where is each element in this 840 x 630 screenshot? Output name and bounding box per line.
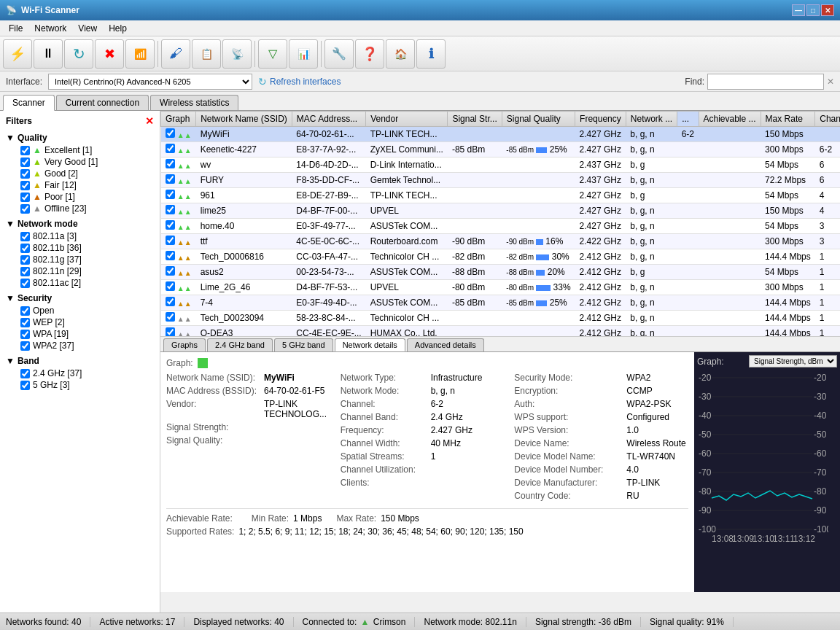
scan-button[interactable]: 📡 xyxy=(222,39,252,69)
filter-button[interactable]: 🖌 xyxy=(161,39,190,69)
find-clear-icon[interactable]: ✕ xyxy=(827,77,834,87)
info-button[interactable]: ℹ xyxy=(416,39,446,69)
col-vendor-val: Technicolor CH ... xyxy=(366,311,448,326)
filter-80211a[interactable]: 802.11a [3] xyxy=(3,230,157,242)
filter-open[interactable]: Open xyxy=(3,305,157,316)
col-maxrate-val: 300 Mbps xyxy=(761,234,815,249)
table-row[interactable]: ▲▲ Tech_D0023094 58-23-8C-84-... Technic… xyxy=(161,311,841,326)
table-row[interactable]: ▲▲ Tech_D0006816 CC-03-FA-47-... Technic… xyxy=(161,249,841,265)
col-maxrate-val: 54 Mbps xyxy=(761,265,815,280)
pause-button[interactable]: ⏸ xyxy=(34,39,63,69)
table-row[interactable]: ▲▲ Keenetic-4227 E8-37-7A-92-... ZyXEL C… xyxy=(161,142,841,158)
filter-group-security: ▼ Security Open WEP [2] WPA [19] WPA2 [3… xyxy=(3,292,157,351)
signal-button[interactable]: 📶 xyxy=(125,39,155,69)
filter-80211g[interactable]: 802.11g [37] xyxy=(3,254,157,265)
table-row[interactable]: ▲▲ lime25 D4-BF-7F-00-... UPVEL 2.427 GH… xyxy=(161,203,841,219)
filter-80211n[interactable]: 802.11n [29] xyxy=(3,265,157,277)
filter-good[interactable]: ▲ Good [2] xyxy=(3,168,157,179)
table-row[interactable]: ▲▲ 961 E8-DE-27-B9-... TP-LINK TECH... 2… xyxy=(161,188,841,203)
detail-tab-5ghz[interactable]: 5 GHz band xyxy=(274,338,333,351)
col-achievable[interactable]: Achievable ... xyxy=(699,112,761,127)
col-mac[interactable]: MAC Address... xyxy=(292,112,365,127)
filter-group-band-label[interactable]: ▼ Band xyxy=(3,354,157,368)
col-graph-val: ▲▲ xyxy=(161,280,196,295)
col-vendor[interactable]: Vendor xyxy=(366,112,448,127)
network-table-container[interactable]: Graph Network Name (SSID) MAC Address...… xyxy=(160,111,840,337)
filter-wep[interactable]: WEP [2] xyxy=(3,316,157,328)
filter-group-quality-label[interactable]: ▼ Quality xyxy=(3,131,157,144)
export-button[interactable]: 📋 xyxy=(192,39,221,69)
col-signal-str[interactable]: Signal Str... xyxy=(448,112,502,127)
menu-view[interactable]: View xyxy=(72,22,103,35)
filter-group-network-mode-label[interactable]: ▼ Network mode xyxy=(3,217,157,230)
interface-select[interactable]: Intel(R) Centrino(R) Advanced-N 6205 xyxy=(48,74,252,90)
toolbar: ⚡ ⏸ ↻ ✖ 📶 🖌 📋 📡 ▽ 📊 🔧 ❓ 🏠 ℹ xyxy=(0,36,840,71)
filter-5ghz[interactable]: 5 GHz [3] xyxy=(3,379,157,391)
table-row[interactable]: ▲▲ ttf 4C-5E-0C-6C-... Routerboard.com -… xyxy=(161,234,841,249)
graph-type-select[interactable]: Signal Strength, dBm xyxy=(749,355,837,368)
table-row[interactable]: ▲▲ 7-4 E0-3F-49-4D-... ASUSTek COM... -8… xyxy=(161,295,841,311)
table-row[interactable]: ▲▲ Lime_2G_46 D4-BF-7F-53-... UPVEL -80 … xyxy=(161,280,841,295)
table-row[interactable]: ▲▲ FURY F8-35-DD-CF-... Gemtek Technol..… xyxy=(161,173,841,188)
table-row[interactable]: ▲▲ wv 14-D6-4D-2D-... D-Link Internatio.… xyxy=(161,158,841,173)
table-row[interactable]: ▲▲ home.40 E0-3F-49-77-... ASUSTek COM..… xyxy=(161,219,841,234)
maximize-button[interactable]: □ xyxy=(806,4,820,16)
filter-excellent[interactable]: ▲ Excellent [1] xyxy=(3,144,157,156)
filter-80211b[interactable]: 802.11b [36] xyxy=(3,242,157,254)
col-max-rate[interactable]: Max Rate xyxy=(761,112,815,127)
col-dots[interactable]: ... xyxy=(677,112,699,127)
start-button[interactable]: ⚡ xyxy=(3,39,32,69)
tab-current-connection[interactable]: Current connection xyxy=(56,95,149,110)
clear-filters-button[interactable]: ✕ xyxy=(145,115,154,127)
filter-very-good[interactable]: ▲ Very Good [1] xyxy=(3,156,157,168)
table-row[interactable]: ▲▲ MyWiFi 64-70-02-61-... TP-LINK TECH..… xyxy=(161,127,841,142)
col-frequency[interactable]: Frequency xyxy=(575,112,626,127)
col-ssid[interactable]: Network Name (SSID) xyxy=(196,112,292,127)
col-ssid-val: 7-4 xyxy=(196,295,292,311)
filter-offline[interactable]: ▲ Offline [23] xyxy=(3,203,157,214)
col-channel[interactable]: Chan xyxy=(815,112,840,127)
tab-scanner[interactable]: Scanner xyxy=(3,95,55,111)
filter-wpa2[interactable]: WPA2 [37] xyxy=(3,340,157,351)
tab-wireless-statistics[interactable]: Wireless statistics xyxy=(150,95,238,110)
stats-button[interactable]: 📊 xyxy=(289,39,318,69)
home-button[interactable]: 🏠 xyxy=(386,39,415,69)
filter-fair[interactable]: ▲ Fair [12] xyxy=(3,179,157,191)
col-network[interactable]: Network ... xyxy=(626,112,677,127)
detail-tab-advanced[interactable]: Advanced details xyxy=(407,338,484,351)
refresh-button[interactable]: ↻ xyxy=(64,39,93,69)
detail-tab-network[interactable]: Network details xyxy=(335,338,405,351)
detail-tab-graphs[interactable]: Graphs xyxy=(163,338,206,351)
filter-group-network-mode: ▼ Network mode 802.11a [3] 802.11b [36] … xyxy=(3,217,157,289)
menu-help[interactable]: Help xyxy=(103,22,133,35)
table-row[interactable]: ▲▲ asus2 00-23-54-73-... ASUSTek COM... … xyxy=(161,265,841,280)
col-signal-quality-val: -85 dBm 25% xyxy=(502,295,575,311)
detail-tab-24ghz[interactable]: 2.4 GHz band xyxy=(207,338,273,351)
settings-button[interactable]: 🔧 xyxy=(324,39,354,69)
stop-button[interactable]: ✖ xyxy=(95,39,124,69)
close-button[interactable]: ✕ xyxy=(821,4,834,16)
help-button[interactable]: ❓ xyxy=(355,39,384,69)
detail-graph-color xyxy=(198,358,208,368)
find-input[interactable] xyxy=(707,74,824,90)
menu-network[interactable]: Network xyxy=(28,22,72,35)
filter-group-security-label[interactable]: ▼ Security xyxy=(3,292,157,305)
filter-80211ac[interactable]: 802.11ac [2] xyxy=(3,277,157,289)
col-signal-quality-val xyxy=(502,188,575,203)
filter-poor[interactable]: ▲ Poor [1] xyxy=(3,191,157,203)
col-graph[interactable]: Graph xyxy=(161,112,196,127)
col-vendor-val: D-Link Internatio... xyxy=(366,158,448,173)
minimize-button[interactable]: — xyxy=(792,4,805,16)
filter2-button[interactable]: ▽ xyxy=(258,39,287,69)
filter-24ghz[interactable]: 2.4 GHz [37] xyxy=(3,368,157,379)
col-vendor-val: ASUSTek COM... xyxy=(366,265,448,280)
col-signal-str-val xyxy=(448,219,502,234)
filter-wpa[interactable]: WPA [19] xyxy=(3,328,157,340)
refresh-interfaces-button[interactable]: ↻ Refresh interfaces xyxy=(258,76,341,88)
menu-file[interactable]: File xyxy=(3,22,28,35)
col-ssid-val: Tech_D0023094 xyxy=(196,311,292,326)
table-row[interactable]: ▲▲ O-DEA3 CC-4E-EC-9E-... HUMAX Co., Ltd… xyxy=(161,326,841,338)
col-signal-quality[interactable]: Signal Quality xyxy=(502,112,575,127)
col-maxrate-val: 144.4 Mbps xyxy=(761,311,815,326)
col-maxrate-val: 144.4 Mbps xyxy=(761,326,815,338)
